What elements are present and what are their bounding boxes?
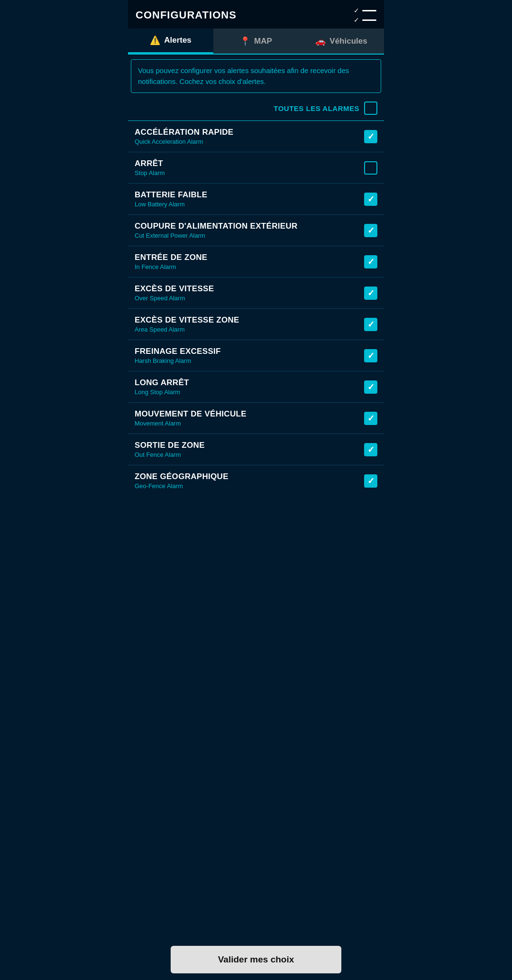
alarm-subtitle-arret: Stop Alarm [135,169,165,176]
tab-alertes-label: Alertes [164,36,192,45]
alarm-checkbox-entree_zone[interactable] [364,255,377,268]
alarm-item-arret[interactable]: ARRÊTStop Alarm [128,152,384,184]
alarm-item-sortie_zone[interactable]: SORTIE DE ZONEOut Fence Alarm [128,434,384,465]
alarm-item-coupure[interactable]: COUPURE D'ALIMENTATION EXTÉRIEURCut Exte… [128,215,384,246]
alarm-item-mouvement[interactable]: MOUVEMENT DE VÉHICULEMovement Alarm [128,403,384,434]
tab-alertes[interactable]: ⚠️ Alertes [128,28,213,54]
alarm-name-acceleration: ACCÉLÉRATION RAPIDE [135,128,233,137]
alarm-name-freinage: FREINAGE EXCESSIF [135,347,221,356]
alarm-checkbox-arret[interactable] [364,161,377,175]
alarm-item-exces_vitesse[interactable]: EXCÈS DE VITESSEOver Speed Alarm [128,277,384,309]
map-pin-icon: 📍 [240,36,250,46]
tab-bar: ⚠️ Alertes 📍 MAP 🚗 Véhicules [128,28,384,55]
alarm-item-entree_zone[interactable]: ENTRÉE DE ZONEIn Fence Alarm [128,246,384,277]
alarm-subtitle-batterie: Low Battery Alarm [135,201,207,208]
alarm-item-acceleration[interactable]: ACCÉLÉRATION RAPIDEQuick Acceleration Al… [128,121,384,152]
alarm-subtitle-exces_vitesse: Over Speed Alarm [135,295,214,302]
validate-button[interactable]: Valider mes choix [171,946,341,973]
alarm-name-mouvement: MOUVEMENT DE VÉHICULE [135,409,247,419]
alarm-checkbox-exces_vitesse[interactable] [364,287,377,300]
car-icon: 🚗 [315,36,326,46]
all-alarms-row: TOUTES LES ALARMES [128,98,384,120]
alarm-name-zone_geo: ZONE GÉOGRAPHIQUE [135,472,229,481]
menu-line-1 [362,10,376,11]
alarm-item-batterie[interactable]: BATTERIE FAIBLELow Battery Alarm [128,184,384,215]
alarm-subtitle-zone_geo: Geo-Fence Alarm [135,482,229,490]
alarm-checkbox-batterie[interactable] [364,193,377,206]
alarm-subtitle-freinage: Harsh Braking Alarm [135,357,221,364]
alarm-name-exces_vitesse_zone: EXCÈS DE VITESSE ZONE [135,315,239,325]
alarm-subtitle-acceleration: Quick Acceleration Alarm [135,138,233,145]
alarm-subtitle-entree_zone: In Fence Alarm [135,263,207,270]
info-banner-text: Vous pouvez configurer vos alertes souha… [138,66,349,85]
alarm-checkbox-freinage[interactable] [364,349,377,362]
alarm-item-long_arret[interactable]: LONG ARRÊTLong Stop Alarm [128,371,384,403]
alarm-name-sortie_zone: SORTIE DE ZONE [135,441,205,450]
alarm-subtitle-exces_vitesse_zone: Area Speed Alarm [135,326,239,333]
alarm-list: ACCÉLÉRATION RAPIDEQuick Acceleration Al… [128,120,384,939]
checkmark-icon: ✓ [354,7,359,14]
alarm-name-entree_zone: ENTRÉE DE ZONE [135,253,207,262]
footer: Valider mes choix [128,939,384,980]
menu-button[interactable]: ✓ ✓ [354,7,376,24]
alarm-name-exces_vitesse: EXCÈS DE VITESSE [135,284,214,294]
alarm-name-arret: ARRÊT [135,159,165,168]
alarm-subtitle-mouvement: Movement Alarm [135,420,247,427]
alarm-checkbox-long_arret[interactable] [364,380,377,394]
tab-map[interactable]: 📍 MAP [213,28,299,54]
alarm-name-coupure: COUPURE D'ALIMENTATION EXTÉRIEUR [135,222,298,231]
alarm-item-zone_geo[interactable]: ZONE GÉOGRAPHIQUEGeo-Fence Alarm [128,465,384,496]
alarm-subtitle-sortie_zone: Out Fence Alarm [135,451,205,458]
info-banner: Vous pouvez configurer vos alertes souha… [131,59,381,93]
tab-vehicules-label: Véhicules [329,37,367,46]
alert-icon: ⚠️ [150,35,160,46]
all-alarms-checkbox[interactable] [364,102,377,115]
alarm-checkbox-mouvement[interactable] [364,412,377,425]
tab-map-label: MAP [254,37,272,46]
alarm-checkbox-sortie_zone[interactable] [364,443,377,456]
alarm-subtitle-long_arret: Long Stop Alarm [135,388,189,396]
app-title: CONFIGURATIONS [136,9,237,21]
alarm-checkbox-acceleration[interactable] [364,130,377,143]
alarm-name-batterie: BATTERIE FAIBLE [135,190,207,200]
alarm-item-freinage[interactable]: FREINAGE EXCESSIFHarsh Braking Alarm [128,340,384,371]
menu-line-2 [362,19,376,21]
tab-vehicules[interactable]: 🚗 Véhicules [299,28,384,54]
alarm-checkbox-zone_geo[interactable] [364,474,377,488]
alarm-item-exces_vitesse_zone[interactable]: EXCÈS DE VITESSE ZONEArea Speed Alarm [128,309,384,340]
alarm-name-long_arret: LONG ARRÊT [135,378,189,388]
alarm-checkbox-coupure[interactable] [364,224,377,237]
all-alarms-label: TOUTES LES ALARMES [274,104,359,112]
alarm-subtitle-coupure: Cut External Power Alarm [135,232,298,239]
alarm-checkbox-exces_vitesse_zone[interactable] [364,318,377,331]
app-header: CONFIGURATIONS ✓ ✓ [128,0,384,28]
checkmark-icon-2: ✓ [354,16,359,24]
